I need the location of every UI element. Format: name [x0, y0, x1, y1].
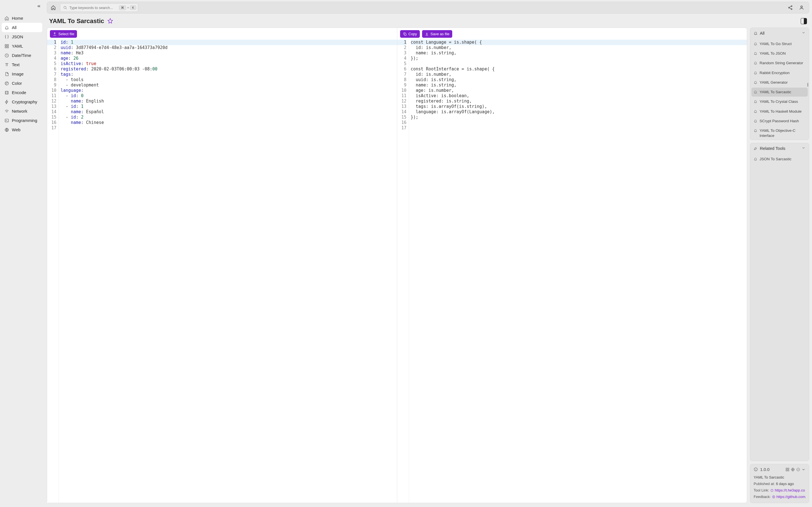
tool-item-label: Random String Generator — [760, 61, 803, 66]
sidebar-item-label: Cryptography — [12, 100, 37, 104]
terminal-icon — [4, 118, 9, 123]
related-tool-item[interactable]: JSON To Sarcastic — [751, 155, 808, 164]
feedback-link[interactable]: https://github.com/… — [772, 495, 806, 499]
tool-item-label: YAML To Go Struct — [760, 41, 792, 47]
sidebar-item-network[interactable]: Network — [2, 107, 42, 116]
page-title: YAML To Sarcastic — [49, 17, 104, 25]
related-tools-header[interactable]: Related Tools — [750, 143, 809, 154]
tool-item[interactable]: YAML To Crystal Class — [751, 97, 808, 106]
tool-item[interactable]: YAML To Sarcastic — [751, 88, 808, 97]
sidebar-collapse-button[interactable] — [37, 4, 41, 9]
sidebar-item-label: Text — [12, 62, 20, 67]
input-editor[interactable]: Select file 1234567891011121314151617 id… — [47, 28, 397, 503]
info-icon — [754, 467, 758, 471]
fold-marker[interactable]: ⌄ — [409, 40, 410, 45]
message-icon — [772, 495, 775, 499]
check-circle-icon[interactable] — [796, 467, 800, 471]
wifi-icon — [4, 109, 9, 114]
fold-marker[interactable]: ⌄ — [409, 66, 410, 72]
search-shortcut: ⌘ + K — [119, 5, 136, 10]
sidebar-item-label: Home — [12, 16, 23, 20]
zap-icon — [4, 100, 9, 104]
braces-icon — [4, 35, 9, 39]
sidebar-item-home[interactable]: Home — [2, 13, 42, 23]
select-file-button[interactable]: Select file — [50, 30, 77, 38]
tool-link[interactable]: https://t.he3app.co… — [770, 488, 806, 492]
share-button[interactable] — [787, 4, 794, 11]
svg-rect-3 — [7, 47, 8, 48]
sidebar-item-text[interactable]: Text — [2, 60, 42, 69]
favorite-button[interactable] — [107, 18, 113, 24]
tool-item[interactable]: YAML Generator — [751, 78, 808, 87]
sidebar-item-label: All — [12, 25, 17, 30]
svg-rect-2 — [5, 47, 6, 48]
sidebar-item-label: JSON — [12, 34, 23, 39]
sidebar-item-json[interactable]: JSON — [2, 32, 42, 41]
info-panel: 1.0.0 YAML To Sarcastic Published at: 6 … — [750, 464, 809, 503]
tool-item[interactable]: SCrypt Password Hash — [751, 117, 808, 126]
right-pane: All YAML To Go StructYAML To JSONRandom … — [750, 27, 809, 503]
tool-item[interactable]: YAML To Objective-C Interface — [751, 126, 808, 140]
copy-button[interactable]: Copy — [400, 30, 420, 38]
save-as-file-button[interactable]: Save as file — [422, 30, 452, 38]
panel-toggle-button[interactable] — [801, 18, 807, 24]
tool-item-label: YAML To Sarcastic — [760, 90, 791, 95]
hash-icon — [4, 91, 9, 95]
chevron-down-icon[interactable] — [802, 467, 806, 471]
title-row: YAML To Sarcastic — [47, 16, 809, 25]
svg-rect-0 — [5, 45, 6, 46]
tool-item[interactable]: Random String Generator — [751, 59, 808, 68]
user-button[interactable] — [798, 4, 805, 11]
sidebar-item-cryptography[interactable]: Cryptography — [2, 97, 42, 107]
sidebar-item-label: Encode — [12, 90, 26, 95]
svg-point-7 — [7, 82, 7, 83]
sidebar-item-encode[interactable]: Encode — [2, 88, 42, 97]
output-editor[interactable]: Copy Save as file 1234567891011121314151… — [397, 28, 747, 503]
tool-link-label: Tool Link: — [754, 488, 769, 492]
svg-point-16 — [801, 6, 802, 8]
version-label: 1.0.0 — [760, 467, 769, 472]
globe-icon[interactable] — [791, 467, 795, 471]
svg-point-5 — [5, 82, 8, 85]
sidebar-item-image[interactable]: Image — [2, 69, 42, 78]
svg-rect-1 — [7, 45, 8, 46]
globe-icon — [4, 128, 9, 132]
svg-point-15 — [791, 8, 792, 10]
bell-icon — [4, 25, 9, 30]
chevron-down-icon — [802, 146, 806, 151]
palette-icon — [4, 81, 9, 86]
sidebar-item-yaml[interactable]: YAML — [2, 41, 42, 51]
tool-item[interactable]: YAML To JSON — [751, 49, 808, 58]
tool-item[interactable]: Rabbit Encryption — [751, 68, 808, 77]
search-icon — [63, 6, 67, 10]
search-box[interactable]: ⌘ + K — [60, 3, 138, 12]
related-tools-panel: Related Tools JSON To Sarcastic — [750, 143, 809, 461]
home-button[interactable] — [49, 4, 57, 11]
tool-item-label: YAML Generator — [760, 80, 788, 85]
all-tools-panel: All YAML To Go StructYAML To JSONRandom … — [750, 27, 809, 140]
sidebar: HomeAllJSONYAMLDate/TimeTextImageColorEn… — [0, 0, 44, 507]
tool-item[interactable]: YAML To Haskell Module — [751, 107, 808, 116]
grid-icon — [4, 44, 9, 48]
svg-rect-21 — [786, 470, 787, 471]
svg-point-12 — [64, 6, 66, 8]
published-label: Published at: — [754, 482, 775, 486]
qr-icon[interactable] — [785, 467, 790, 471]
editor-split: Select file 1234567891011121314151617 id… — [47, 27, 747, 503]
sidebar-item-color[interactable]: Color — [2, 78, 42, 88]
scrollbar-thumb[interactable] — [807, 83, 808, 87]
info-tool-name: YAML To Sarcastic — [754, 475, 784, 480]
sidebar-item-label: YAML — [12, 44, 23, 48]
sidebar-item-web[interactable]: Web — [2, 125, 42, 134]
published-value: 6 days ago — [776, 482, 794, 486]
sidebar-item-date-time[interactable]: Date/Time — [2, 51, 42, 60]
tool-item[interactable]: YAML To Go Struct — [751, 40, 808, 48]
sidebar-item-label: Color — [12, 81, 22, 86]
svg-rect-25 — [771, 489, 773, 491]
feedback-label: Feedback: — [754, 495, 771, 499]
sidebar-item-label: Date/Time — [12, 53, 31, 58]
sidebar-item-programming[interactable]: Programming — [2, 116, 42, 125]
sidebar-item-all[interactable]: All — [2, 23, 42, 32]
search-input[interactable] — [69, 6, 117, 10]
all-tools-header[interactable]: All — [750, 28, 809, 38]
